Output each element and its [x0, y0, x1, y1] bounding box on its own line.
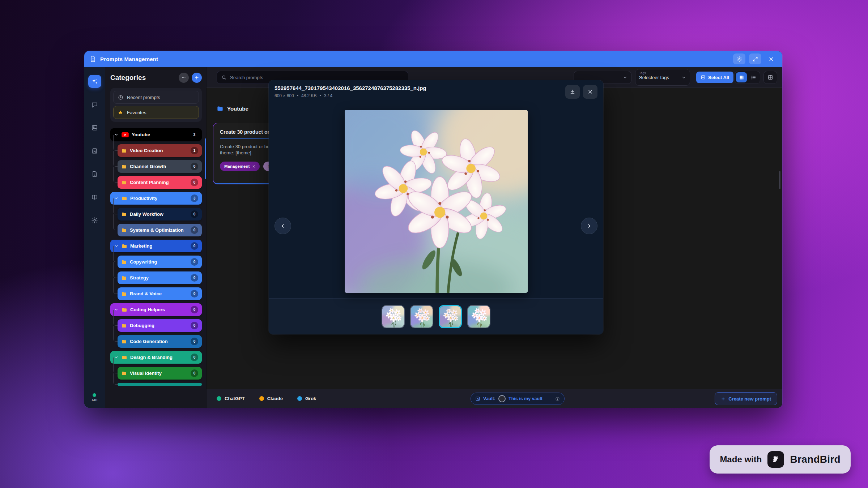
- search-input[interactable]: [230, 75, 404, 80]
- api-label: API: [92, 398, 98, 402]
- chevron-left-icon: [280, 223, 286, 229]
- count-badge: 0: [191, 226, 198, 234]
- count-badge: 0: [191, 163, 198, 170]
- category-label: Youtube: [132, 132, 150, 137]
- rail-item-library[interactable]: [88, 191, 101, 204]
- main-scrollbar[interactable]: [779, 171, 780, 189]
- previous-image-button[interactable]: [275, 218, 291, 234]
- folder-icon: [121, 164, 127, 170]
- model-legend-item[interactable]: Claude: [259, 396, 283, 401]
- category-label: Debugging: [130, 323, 154, 328]
- recent-prompts-item[interactable]: Recent prompts: [113, 91, 199, 104]
- category-item[interactable]: Content Planning0: [118, 176, 202, 189]
- app-window: Prompts Management: [84, 51, 782, 408]
- close-window-button[interactable]: [765, 53, 777, 64]
- category-item[interactable]: [118, 383, 202, 386]
- thumbnail-2[interactable]: [410, 305, 433, 328]
- favorites-item[interactable]: Favorites: [113, 106, 199, 119]
- count-badge: 0: [191, 290, 198, 297]
- expand-button[interactable]: [749, 53, 761, 64]
- categories-scrollbar[interactable]: [205, 138, 206, 179]
- folder-icon: [121, 259, 127, 265]
- book-icon: [91, 194, 98, 201]
- category-label: Visual Identity: [130, 371, 162, 376]
- close-viewer-button[interactable]: [583, 85, 597, 99]
- category-item[interactable]: Brand & Voice0: [118, 287, 202, 300]
- model-name: Grok: [305, 396, 316, 401]
- model-legend-item[interactable]: Grok: [297, 396, 316, 401]
- check-square-icon: [701, 75, 706, 80]
- add-category-button[interactable]: [192, 73, 202, 83]
- category-item[interactable]: Channel Growth0: [118, 160, 202, 173]
- document-icon: [91, 171, 98, 177]
- image-viewer-modal: 552957644_730179543402016_35627248763752…: [269, 80, 603, 334]
- settings-button[interactable]: [733, 53, 745, 64]
- rail-item-chat[interactable]: [88, 98, 101, 111]
- thumbnail-image: [440, 306, 461, 327]
- model-legend: ChatGPTClaudeGrok: [217, 396, 316, 401]
- category-item[interactable]: Code Generation0: [118, 335, 202, 348]
- rail-item-prompts[interactable]: [88, 75, 101, 88]
- modal-header: 552957644_730179543402016_35627248763752…: [269, 80, 603, 106]
- category-label: Code Generation: [130, 339, 168, 344]
- store-icon: [91, 147, 98, 154]
- rail-item-documents[interactable]: [88, 167, 101, 180]
- tags-value: Selecteer tags: [639, 75, 669, 80]
- list-view-button[interactable]: [748, 72, 759, 82]
- category-item[interactable]: Video Creation1: [118, 144, 202, 157]
- api-status-dot: [93, 393, 96, 397]
- vault-toggle[interactable]: Vault: This is my vault: [471, 393, 565, 405]
- category-label: Coding Helpers: [130, 307, 165, 312]
- count-badge: 0: [191, 354, 198, 361]
- folder-icon: [121, 323, 127, 329]
- rail-item-images[interactable]: [88, 121, 101, 134]
- category-item[interactable]: Systems & Optimization0: [118, 224, 202, 236]
- view-toggle-group: [735, 71, 760, 84]
- next-image-button[interactable]: [581, 218, 597, 234]
- desktop-wallpaper: Prompts Management: [0, 0, 868, 488]
- category-item[interactable]: Marketing0: [110, 240, 202, 252]
- quick-filters: Recent prompts Favorites: [110, 88, 202, 122]
- sparkles-icon: [91, 78, 98, 85]
- titlebar[interactable]: Prompts Management: [84, 51, 782, 67]
- category-item[interactable]: Debugging0: [118, 319, 202, 332]
- columns-view-button[interactable]: [763, 71, 777, 84]
- folder-icon: [217, 105, 224, 112]
- window-title: Prompts Management: [100, 56, 158, 62]
- count-badge: 2: [191, 131, 198, 138]
- categories-more-button[interactable]: [179, 73, 189, 83]
- chat-icon: [91, 101, 98, 108]
- category-item[interactable]: Daily Workflow0: [118, 208, 202, 221]
- category-item[interactable]: Copywriting0: [118, 256, 202, 268]
- category-item[interactable]: Strategy0: [118, 271, 202, 284]
- select-all-button[interactable]: Select All: [696, 72, 733, 83]
- tags-dropdown[interactable]: Tags Selecteer tags: [635, 69, 690, 86]
- category-item[interactable]: Youtube2: [110, 128, 202, 141]
- vault-switch[interactable]: [498, 395, 506, 402]
- thumbnail-image: [468, 306, 490, 328]
- folder-icon: [121, 180, 127, 185]
- thumbnail-1[interactable]: [382, 305, 405, 328]
- model-color-dot: [259, 396, 264, 401]
- grid-view-button[interactable]: [736, 72, 747, 82]
- close-icon: [587, 89, 593, 95]
- thumbnail-3[interactable]: [439, 305, 462, 328]
- count-badge: 0: [191, 369, 198, 377]
- category-item[interactable]: Visual Identity0: [118, 367, 202, 380]
- category-item[interactable]: Productivity3: [110, 192, 202, 205]
- folder-icon: [121, 291, 127, 297]
- model-legend-item[interactable]: ChatGPT: [217, 396, 245, 401]
- rail-item-settings[interactable]: [88, 214, 101, 227]
- tag-pill[interactable]: Management: [220, 162, 260, 171]
- count-badge: 0: [191, 322, 198, 329]
- folder-icon: [122, 355, 127, 360]
- category-item[interactable]: Design & Branding0: [110, 351, 202, 364]
- create-prompt-button[interactable]: Create new prompt: [715, 392, 777, 405]
- thumbnail-4[interactable]: [467, 305, 490, 328]
- remove-tag-icon: [252, 165, 255, 168]
- download-button[interactable]: [565, 85, 580, 99]
- rail-item-store[interactable]: [88, 144, 101, 157]
- count-badge: 0: [191, 258, 198, 266]
- category-item[interactable]: Coding Helpers0: [110, 303, 202, 316]
- icon-rail: API: [84, 67, 105, 408]
